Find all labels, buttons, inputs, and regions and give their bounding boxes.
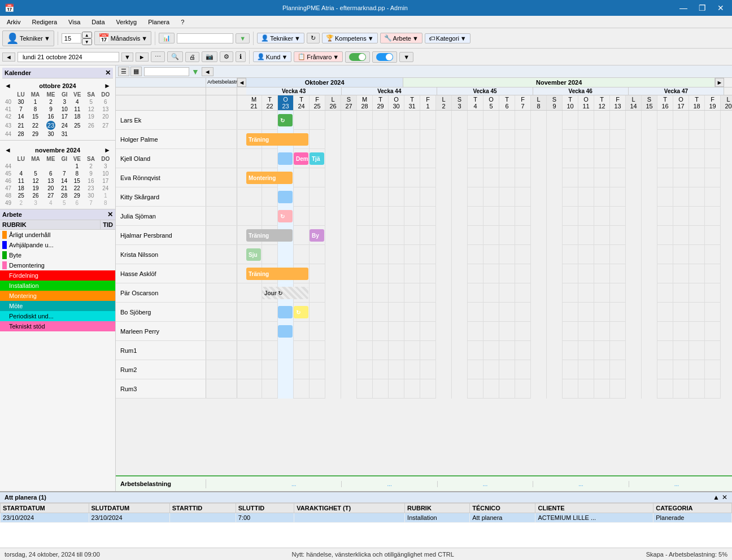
nov-next-btn[interactable]: ► bbox=[104, 146, 111, 154]
arbete-dropdown-toolbar[interactable]: 🔧 Arbete ▼ bbox=[380, 33, 422, 43]
color-swatch bbox=[2, 261, 7, 269]
gantt-cell bbox=[325, 303, 341, 322]
task-bar[interactable]: Träning bbox=[246, 133, 308, 146]
search-input[interactable] bbox=[177, 33, 233, 43]
task-bar[interactable]: Tjä bbox=[310, 152, 324, 165]
calendar-close-btn[interactable]: ✕ bbox=[105, 69, 111, 77]
task-bar[interactable] bbox=[278, 325, 293, 338]
arbete-close-btn[interactable]: ✕ bbox=[107, 211, 113, 218]
list-item[interactable]: Avhjälpande u... bbox=[0, 240, 115, 250]
list-item[interactable]: Byte bbox=[0, 250, 115, 260]
oct-prev-btn[interactable]: ◄ bbox=[5, 82, 11, 90]
view-gantt-btn[interactable]: ▦ bbox=[130, 67, 142, 76]
list-item[interactable]: Möte bbox=[0, 301, 115, 311]
gantt-search-input[interactable] bbox=[144, 67, 189, 76]
refresh-btn[interactable]: ↻ bbox=[307, 33, 320, 43]
menu-visa[interactable]: Visa bbox=[64, 18, 85, 27]
chart-btn[interactable]: 📊 bbox=[159, 33, 175, 43]
task-bar[interactable] bbox=[278, 152, 293, 165]
list-item[interactable]: Periodiskt und... bbox=[0, 311, 115, 321]
close-button[interactable]: ✕ bbox=[714, 2, 727, 14]
gantt-cell bbox=[563, 168, 578, 187]
gantt-area: ☰ ▦ ▼ ◄ Arbetsbelastning ◄ Oktober 2024 … bbox=[116, 65, 732, 491]
task-bar[interactable] bbox=[278, 306, 293, 318]
gantt-cell bbox=[578, 187, 594, 207]
view-button[interactable]: 📅 Månadsvis ▼ bbox=[94, 31, 151, 45]
menu-planera[interactable]: Planera bbox=[143, 18, 174, 27]
list-item[interactable]: Fördelning bbox=[0, 270, 115, 281]
franvaro-dropdown[interactable]: 📋 Frånvaro ▼ bbox=[294, 51, 343, 62]
gantt-cell bbox=[420, 226, 436, 245]
task-bar[interactable]: Demon bbox=[294, 152, 308, 165]
month-nav-next[interactable]: ► bbox=[715, 78, 724, 87]
task-bar[interactable]: Montering bbox=[246, 172, 293, 184]
gantt-body[interactable]: Lars Ek ↻Holger PalmeTräningKjell OlandD… bbox=[116, 111, 732, 475]
gantt-cell bbox=[705, 149, 721, 168]
help-btn2[interactable]: ℹ bbox=[236, 51, 246, 62]
gantt-cell bbox=[610, 130, 626, 149]
task-bar[interactable]: Sju bbox=[246, 248, 261, 261]
menu-redigera[interactable]: Redigera bbox=[27, 18, 62, 27]
task-bar[interactable]: Träning bbox=[246, 268, 308, 280]
menu-data[interactable]: Data bbox=[87, 18, 109, 27]
gantt-prev-btn[interactable]: ◄ bbox=[202, 67, 213, 76]
kategori-dropdown[interactable]: 🏷 Kategori ▼ bbox=[425, 33, 470, 43]
gantt-cell bbox=[689, 245, 705, 264]
print-btn[interactable]: 🖨 bbox=[185, 52, 199, 62]
nav-prev-btn[interactable]: ◄ bbox=[2, 53, 15, 62]
nov-prev-btn[interactable]: ◄ bbox=[5, 146, 11, 154]
task-bar[interactable] bbox=[278, 191, 293, 203]
menu-verktyg[interactable]: Verktyg bbox=[112, 18, 142, 27]
task-bar[interactable]: ↻ bbox=[278, 114, 293, 126]
kund-dropdown[interactable]: 👤 Kund ▼ bbox=[253, 51, 292, 62]
toggle-btn1[interactable] bbox=[345, 51, 370, 63]
task-bar[interactable]: Träning bbox=[246, 229, 293, 242]
gantt-cells: ↻ bbox=[246, 303, 732, 321]
kompetens-dropdown[interactable]: 🏆 Kompetens ▼ bbox=[322, 33, 378, 43]
menu-help[interactable]: ? bbox=[176, 18, 189, 27]
spin-up-button[interactable]: ▲ bbox=[82, 32, 92, 38]
list-item[interactable]: Årligt underhåll bbox=[0, 230, 115, 240]
nav-next-btn[interactable]: ► bbox=[136, 53, 149, 62]
bottom-panel-close[interactable]: ✕ bbox=[722, 493, 727, 501]
user-icon: 👤 bbox=[6, 32, 19, 45]
view-list-btn[interactable]: ☰ bbox=[118, 67, 129, 76]
workload-cell bbox=[206, 303, 237, 321]
list-item[interactable]: Installation bbox=[0, 281, 115, 291]
list-item[interactable]: Demontering bbox=[0, 260, 115, 270]
spin-control[interactable]: ▲ ▼ bbox=[62, 32, 92, 45]
settings-btn[interactable]: ⚙ bbox=[220, 51, 233, 62]
list-item[interactable]: Montering bbox=[0, 291, 115, 301]
spin-down-button[interactable]: ▼ bbox=[82, 38, 92, 45]
gantt-cell bbox=[626, 341, 642, 360]
task-bar[interactable]: ↻ bbox=[278, 210, 293, 222]
oct-next-btn[interactable]: ► bbox=[104, 82, 111, 90]
gantt-cell bbox=[246, 379, 262, 399]
gantt-cell bbox=[373, 322, 389, 341]
table-row[interactable]: 23/10/2024 23/10/2024 7:00 Installation … bbox=[1, 513, 732, 523]
dots-btn[interactable]: ⋯ bbox=[151, 51, 165, 62]
search-btn2[interactable]: 🔍 bbox=[167, 51, 183, 62]
filter-icon-btn[interactable]: ▼ bbox=[236, 33, 250, 43]
bottom-panel-collapse[interactable]: ▲ bbox=[713, 493, 720, 501]
spin-input[interactable] bbox=[62, 33, 81, 43]
task-bar[interactable]: Jour ↻ bbox=[262, 287, 308, 299]
workload-footer: Arbetsbelastning ... ... ... ... ... bbox=[116, 475, 732, 491]
gantt-cell bbox=[531, 264, 547, 283]
month-nav-prev[interactable]: ◄ bbox=[237, 78, 246, 87]
task-bar[interactable]: ↻ bbox=[294, 306, 308, 318]
resource-label: Kjell Oland bbox=[116, 149, 206, 168]
list-item[interactable]: Tekniskt stöd bbox=[0, 321, 115, 331]
cell-varaktighet bbox=[294, 513, 405, 523]
maximize-button[interactable]: ❐ bbox=[695, 2, 709, 14]
techniker-dropdown[interactable]: 👤 Tekniker ▼ bbox=[257, 33, 304, 43]
task-bar[interactable]: By bbox=[310, 229, 324, 242]
minimize-button[interactable]: — bbox=[676, 2, 691, 14]
toggle-btn2[interactable] bbox=[372, 51, 397, 63]
gantt-cell bbox=[531, 341, 547, 360]
technician-button[interactable]: 👤 Tekniker ▼ bbox=[2, 30, 54, 46]
menu-arkiv[interactable]: Arkiv bbox=[2, 18, 25, 27]
export-btn[interactable]: 📷 bbox=[202, 51, 217, 62]
extra-btn[interactable]: ▼ bbox=[399, 52, 413, 62]
calendar-picker-btn[interactable]: ▼ bbox=[121, 53, 133, 62]
